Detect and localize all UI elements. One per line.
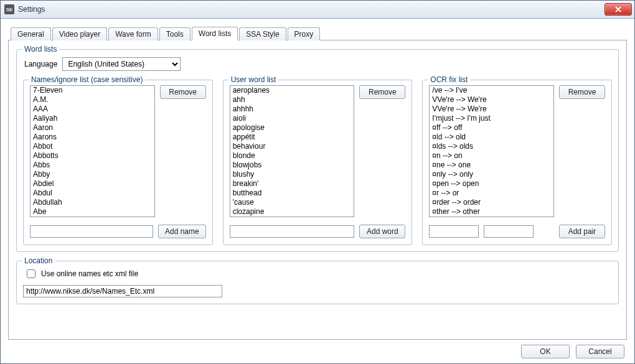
list-item[interactable]: I'mjust --> I'm just (430, 114, 553, 123)
ocr-remove-button[interactable]: Remove (559, 85, 605, 99)
list-item[interactable]: ¤ff --> off (430, 123, 553, 133)
list-item[interactable]: Abe (31, 207, 154, 217)
list-item[interactable]: 7-Eleven (31, 86, 154, 95)
window-title: Settings (18, 5, 604, 14)
list-item[interactable]: A.M. (31, 95, 154, 105)
names-listbox[interactable]: 7-ElevenA.M.AAAAaliyahAaronAaronsAbbotAb… (30, 85, 155, 217)
cancel-button[interactable]: Cancel (576, 345, 624, 358)
list-item[interactable]: Abbot (31, 142, 154, 151)
list-item[interactable]: ¤ld --> old (430, 133, 553, 142)
group-user-words-legend: User word list (228, 75, 279, 84)
list-item[interactable]: Aarons (31, 133, 154, 142)
ocr-add-button[interactable]: Add pair (559, 225, 605, 238)
tab-ssa-style[interactable]: SSA Style (239, 27, 286, 40)
tab-word-lists[interactable]: Word lists (192, 27, 238, 40)
list-item[interactable]: behaviour (230, 142, 354, 151)
list-item[interactable]: Abbotts (31, 151, 154, 161)
names-add-button[interactable]: Add name (158, 225, 206, 238)
language-label: Language (24, 60, 57, 68)
tab-proxy[interactable]: Proxy (288, 27, 321, 40)
close-button[interactable] (604, 3, 632, 16)
ocr-add-left-input[interactable] (429, 225, 479, 238)
list-item[interactable]: /ve --> I've (430, 86, 553, 95)
list-item[interactable]: blushy (230, 170, 354, 179)
dialog-buttons: OK Cancel (8, 340, 627, 358)
list-item[interactable]: ¤nly --> only (430, 170, 553, 179)
tab-tools[interactable]: Tools (159, 27, 190, 40)
list-item[interactable]: blonde (230, 151, 354, 161)
list-item[interactable]: ¤pen --> open (430, 179, 553, 189)
online-names-url-input[interactable] (23, 285, 222, 297)
list-item[interactable]: Abdullah (31, 198, 154, 207)
settings-window: SE Settings General Video player Wave fo… (0, 0, 635, 364)
use-online-names-checkbox[interactable] (27, 269, 35, 278)
list-item[interactable]: ¤ne --> one (430, 161, 553, 170)
list-item[interactable]: ahh (230, 95, 354, 105)
list-item[interactable]: Aaron (31, 123, 154, 133)
list-item[interactable]: breakin' (230, 179, 354, 189)
use-online-names-label[interactable]: Use online names etc xml file (41, 269, 138, 278)
tabpage-word-lists: Word lists Language English (United Stat… (8, 40, 627, 340)
list-item[interactable]: ¤rder --> order (430, 198, 553, 207)
list-item[interactable]: AAA (31, 105, 154, 114)
list-item[interactable]: Abbs (31, 161, 154, 170)
tab-general[interactable]: General (11, 27, 51, 40)
user-add-button[interactable]: Add word (359, 225, 405, 238)
list-item[interactable]: ¤lds --> olds (430, 142, 553, 151)
list-item[interactable]: ¤n --> on (430, 151, 553, 161)
language-select[interactable]: English (United States) (62, 57, 181, 71)
names-remove-button[interactable]: Remove (160, 85, 206, 99)
close-icon (615, 6, 621, 12)
list-item[interactable]: clozapine (230, 207, 354, 217)
group-user-words: User word list aeroplanesahhahhhhaioliap… (223, 80, 413, 245)
titlebar: SE Settings (1, 1, 634, 19)
list-item[interactable]: 'cause (230, 198, 354, 207)
list-item[interactable]: VVe're --> We're (430, 105, 553, 114)
list-item[interactable]: VVe're --> We're (430, 95, 553, 105)
tab-video-player[interactable]: Video player (52, 27, 108, 40)
app-icon: SE (4, 4, 14, 14)
list-item[interactable]: butthead (230, 189, 354, 198)
list-item[interactable]: appétit (230, 133, 354, 142)
group-word-lists-legend: Word lists (22, 45, 59, 54)
group-location: Location Use online names etc xml file (16, 261, 619, 304)
user-listbox[interactable]: aeroplanesahhahhhhaioliapologiseappétitb… (230, 85, 355, 217)
client-area: General Video player Wave form Tools Wor… (1, 19, 634, 363)
names-add-input[interactable] (30, 225, 153, 238)
tabstrip: General Video player Wave form Tools Wor… (8, 25, 627, 40)
ocr-add-right-input[interactable] (484, 225, 534, 238)
ok-button[interactable]: OK (521, 345, 570, 358)
user-add-input[interactable] (230, 225, 355, 238)
list-item[interactable]: apologise (230, 123, 354, 133)
ocr-listbox[interactable]: /ve --> I'veVVe're --> We'reVVe're --> W… (429, 85, 554, 217)
list-item[interactable]: blowjobs (230, 161, 354, 170)
group-ocr-fix-legend: OCR fix list (428, 75, 470, 84)
group-names: Names/ignore list (case sensitive) 7-Ele… (23, 80, 213, 245)
list-item[interactable]: Abdiel (31, 179, 154, 189)
list-item[interactable]: aeroplanes (230, 86, 354, 95)
list-item[interactable]: aioli (230, 114, 354, 123)
group-word-lists: Word lists Language English (United Stat… (16, 49, 619, 252)
tab-wave-form[interactable]: Wave form (108, 27, 158, 40)
list-item[interactable]: ahhhh (230, 105, 354, 114)
group-names-legend: Names/ignore list (case sensitive) (29, 75, 145, 84)
list-item[interactable]: Abdul (31, 189, 154, 198)
list-item[interactable]: ¤r --> or (430, 189, 553, 198)
list-item[interactable]: Aaliyah (31, 114, 154, 123)
list-item[interactable]: ¤ther --> other (430, 207, 553, 217)
group-ocr-fix: OCR fix list /ve --> I'veVVe're --> We'r… (422, 80, 612, 245)
group-location-legend: Location (22, 256, 55, 265)
list-item[interactable]: Abby (31, 170, 154, 179)
user-remove-button[interactable]: Remove (359, 85, 405, 99)
